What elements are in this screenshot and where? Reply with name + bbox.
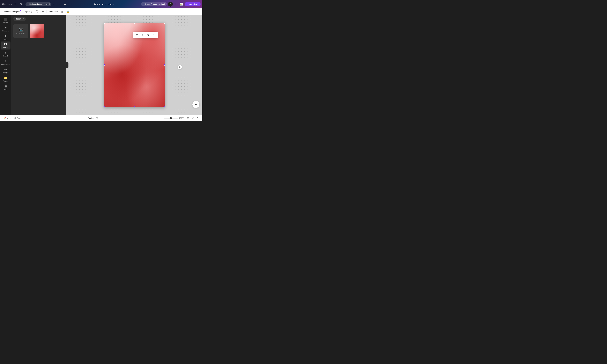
time-display: 09:22 bbox=[2, 3, 7, 5]
flip-button[interactable]: Capovolgi bbox=[22, 10, 34, 13]
zoom-thumb[interactable] bbox=[170, 117, 172, 119]
recenti-dropdown[interactable]: Recenti ▾ bbox=[13, 17, 26, 21]
progetti-icon: 📁 bbox=[4, 76, 7, 80]
secondary-toolbar: Modifica immagine Capovolgi ⓘ ☰ Posizion… bbox=[0, 8, 202, 15]
canvas-area[interactable]: ↻ ⧉ 🗑 ••• ↻ ✦ bbox=[66, 15, 202, 115]
sidebar-item-app[interactable]: ⊞ App bbox=[0, 83, 11, 91]
caricamenti-icon: ↑ bbox=[5, 59, 6, 63]
add-button[interactable]: + bbox=[174, 2, 178, 6]
cloud-save-button[interactable]: ☁ bbox=[63, 2, 67, 6]
sidebar-item-modelli[interactable]: ⬛ Modelli bbox=[0, 16, 11, 25]
timer-button[interactable]: ⏱ Timer bbox=[13, 117, 23, 120]
main-area: ⬛ Modelli ✦ Elementi T Testo 🖼 Galleria … bbox=[0, 15, 202, 115]
sidebar: ⬛ Modelli ✦ Elementi T Testo 🖼 Galleria … bbox=[0, 15, 11, 115]
sidebar-item-testo[interactable]: T Testo bbox=[0, 33, 11, 41]
undo-button[interactable]: ↩ bbox=[53, 2, 56, 6]
camera-item[interactable]: 📷 Fotocamera bbox=[13, 24, 28, 38]
sidebar-item-caricamenti[interactable]: ↑ Caricamenti bbox=[0, 58, 11, 66]
notes-button[interactable]: 📝 Note bbox=[2, 117, 12, 120]
galleria-icon: 🖼 bbox=[4, 43, 7, 46]
rotate-context-button[interactable]: ↻ bbox=[134, 32, 139, 38]
info-button[interactable]: ⓘ bbox=[35, 9, 40, 14]
pro-trial-button[interactable]: Prova Pro per 14 giorni bbox=[141, 2, 167, 6]
resize-button[interactable]: Ridimensiona e converti bbox=[26, 2, 52, 6]
page-indicator: Pagina 1 / 1 bbox=[88, 117, 98, 119]
lines-button[interactable]: ☰ bbox=[40, 9, 45, 14]
sidebar-item-progetti[interactable]: 📁 Progetti bbox=[0, 75, 11, 83]
menu-icon[interactable]: ☰ bbox=[14, 2, 17, 6]
transparency-button[interactable]: ▦ bbox=[60, 9, 65, 14]
grid-view-button[interactable]: ⊞ bbox=[186, 116, 190, 120]
sidebar-item-disegno[interactable]: ✏ Disegno bbox=[0, 66, 11, 75]
zoom-percentage: 100% bbox=[179, 117, 185, 119]
delete-context-button[interactable]: 🗑 bbox=[145, 32, 150, 38]
testo-icon: T bbox=[5, 34, 6, 38]
panel-collapse-button[interactable]: ‹ bbox=[66, 62, 68, 68]
status-icons: ⊙ ▲ bbox=[8, 3, 12, 5]
fullscreen-button[interactable]: ⤢ bbox=[191, 116, 195, 120]
media-panel: Recenti ▾ 📷 Fotocamera ‹ bbox=[11, 15, 66, 115]
image-thumbnail[interactable] bbox=[30, 24, 44, 38]
sidebar-item-galleria[interactable]: 🖼 Galleria bbox=[0, 41, 11, 50]
brand-icon: ◈ bbox=[4, 51, 7, 54]
redo-button[interactable]: ↪ bbox=[58, 2, 62, 6]
disegno-icon: ✏ bbox=[4, 68, 7, 71]
more-context-button[interactable]: ••• bbox=[152, 32, 157, 38]
share-button[interactable]: Condividi bbox=[185, 2, 201, 6]
lock-button[interactable]: 🔒 bbox=[66, 9, 70, 14]
sidebar-item-elementi[interactable]: ✦ Elementi bbox=[0, 25, 11, 33]
sidebar-item-brand[interactable]: ◈ Brand bbox=[0, 50, 11, 58]
zoom-control: 100% bbox=[164, 117, 185, 119]
help-button[interactable]: ? bbox=[196, 116, 200, 120]
app-icon: ⊞ bbox=[4, 85, 7, 88]
user-avatar[interactable]: Z bbox=[168, 2, 173, 7]
topbar: 09:22 ⊙ ▲ ☰ File Ridimensiona e converti… bbox=[0, 0, 202, 8]
rotate-handle[interactable]: ↻ bbox=[178, 65, 182, 69]
edit-image-button[interactable]: Modifica immagine bbox=[2, 10, 22, 13]
context-toolbar: ↻ ⧉ 🗑 ••• bbox=[133, 32, 158, 38]
zoom-slider[interactable] bbox=[164, 118, 178, 118]
thumb-preview bbox=[30, 24, 44, 38]
elementi-icon: ✦ bbox=[4, 26, 7, 29]
magic-button[interactable]: ✦ bbox=[192, 101, 199, 108]
modelli-icon: ⬛ bbox=[4, 17, 7, 21]
file-button[interactable]: File bbox=[18, 2, 24, 6]
bottombar: 📝 Note ⏱ Timer Pagina 1 / 1 100% ⊞ ⤢ ? bbox=[0, 115, 202, 121]
position-button[interactable]: Posizione bbox=[48, 10, 59, 13]
bottom-right-icons: ⊞ ⤢ ? bbox=[186, 116, 200, 120]
notification-dot bbox=[20, 10, 21, 11]
analytics-button[interactable]: 📊 bbox=[179, 2, 184, 6]
document-title[interactable]: Disegnare un albero bbox=[68, 3, 140, 5]
copy-context-button[interactable]: ⧉ bbox=[140, 32, 145, 38]
camera-icon: 📷 bbox=[18, 27, 23, 32]
panel-header: Recenti ▾ bbox=[11, 15, 66, 23]
panel-content: 📷 Fotocamera bbox=[11, 23, 66, 115]
